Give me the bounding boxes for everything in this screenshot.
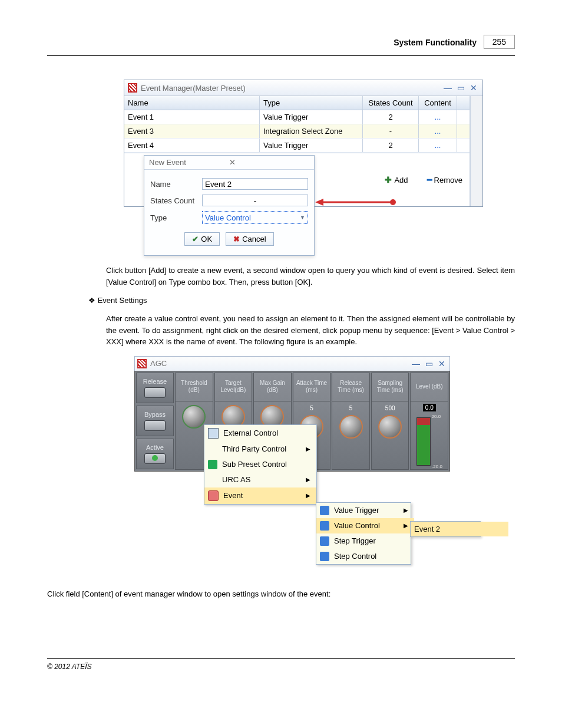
paragraph: Click button [Add] to create a new event… — [106, 265, 515, 288]
states-label: States Count — [150, 196, 202, 205]
cancel-button[interactable]: ✖ Cancel — [226, 232, 273, 246]
content-cell[interactable]: ... — [419, 139, 457, 152]
app-icon — [137, 359, 147, 368]
ok-button[interactable]: ✔ OK — [184, 232, 220, 246]
app-icon — [128, 83, 137, 93]
col-states: States Count — [363, 96, 419, 110]
paragraph: After create a value control event, you … — [106, 313, 515, 348]
page-number: 255 — [484, 35, 515, 49]
section-heading: Event Settings — [88, 296, 515, 305]
menu-icon — [320, 536, 329, 546]
minus-icon: ━ — [427, 175, 432, 185]
release-button[interactable] — [144, 387, 166, 398]
minimize-icon[interactable]: — — [442, 83, 453, 93]
col-type: Type — [260, 96, 363, 110]
level-col: Level (dB) 0.0 20.0 -20.0 — [410, 373, 448, 470]
menu-icon — [208, 490, 219, 501]
states-input[interactable] — [202, 195, 308, 206]
window-titlebar: Event Manager(Master Preset) — ▭ ✕ — [124, 80, 482, 96]
scrollbar[interactable] — [470, 96, 482, 206]
content-cell[interactable]: ... — [419, 124, 457, 138]
name-input[interactable] — [202, 178, 308, 190]
type-label: Type — [150, 213, 202, 222]
menu-icon — [320, 521, 329, 531]
maximize-icon[interactable]: ▭ — [424, 359, 434, 368]
col-content: Content — [419, 96, 457, 110]
chevron-right-icon: ▶ — [306, 446, 310, 452]
level-meter — [416, 417, 431, 466]
content-cell[interactable]: ... — [419, 110, 457, 124]
context-submenu-final: Event 2 — [410, 521, 481, 537]
remove-button[interactable]: ━ Remove — [427, 175, 462, 185]
agc-titlebar: AGC — ▭ ✕ — [134, 356, 450, 371]
menu-item-event[interactable]: Event▶ — [204, 487, 316, 504]
knob[interactable] — [378, 415, 402, 439]
chevron-right-icon: ▶ — [306, 476, 310, 483]
figure-agc: AGC — ▭ ✕ Release Bypass Active — [47, 356, 515, 580]
menu-item-thirdparty[interactable]: Third Party Control▶ — [204, 442, 316, 457]
header-title: System Functionality — [394, 38, 477, 47]
context-menu: External Control Third Party Control▶ Su… — [204, 424, 317, 505]
chevron-right-icon: ▶ — [306, 492, 310, 499]
table-header: Name Type States Count Content — [124, 96, 470, 110]
chevron-down-icon: ▼ — [300, 215, 305, 220]
chevron-right-icon: ▶ — [404, 522, 408, 529]
menu-item-subpreset[interactable]: Sub Preset Control — [204, 457, 316, 472]
x-icon: ✖ — [233, 235, 240, 243]
table-row[interactable]: Event 3 Integration Select Zone - ... — [124, 124, 470, 139]
minimize-icon[interactable]: — — [411, 359, 421, 368]
chevron-right-icon: ▶ — [404, 507, 408, 513]
active-button[interactable] — [144, 453, 166, 464]
menu-icon — [320, 506, 329, 515]
menu-item-external[interactable]: External Control — [204, 425, 316, 442]
menu-item-value-control[interactable]: Value Control▶ — [316, 518, 414, 533]
add-button[interactable]: ✚ Add — [385, 175, 408, 185]
maximize-icon[interactable]: ▭ — [455, 83, 466, 93]
menu-icon — [208, 428, 219, 439]
release-col[interactable]: Release Time (ms) 5 — [332, 373, 370, 470]
page-footer: © 2012 ATEÏS — [47, 658, 515, 671]
menu-icon — [320, 552, 329, 561]
plus-icon: ✚ — [385, 175, 392, 185]
menu-item-value-trigger[interactable]: Value Trigger▶ — [316, 503, 414, 518]
close-icon[interactable]: ✕ — [468, 83, 479, 93]
window-title: Event Manager(Master Preset) — [141, 84, 246, 93]
new-event-dialog: New Event ✕ Name States Count Type Value… — [144, 155, 315, 256]
table-row[interactable]: Event 4 Value Trigger 2 ... — [124, 139, 470, 153]
col-name: Name — [124, 96, 260, 110]
knob[interactable] — [339, 415, 363, 439]
knob[interactable] — [182, 405, 206, 429]
context-submenu: Value Trigger▶ Value Control▶ Step Trigg… — [316, 502, 411, 565]
check-icon: ✔ — [192, 235, 199, 243]
page-header: System Functionality 255 — [47, 35, 515, 56]
bypass-button[interactable] — [144, 420, 166, 431]
figure-event-manager: Event Manager(Master Preset) — ▭ ✕ Name … — [124, 80, 515, 256]
active-box[interactable]: Active — [136, 439, 174, 469]
menu-item-urcas[interactable]: URC AS▶ — [204, 472, 316, 487]
type-combobox[interactable]: Value Control ▼ — [202, 211, 308, 224]
table-row[interactable]: Event 1 Value Trigger 2 ... — [124, 110, 470, 124]
close-icon[interactable]: ✕ — [229, 158, 309, 167]
paragraph: Click field [Content] of event manager w… — [47, 588, 515, 600]
menu-item-step-trigger[interactable]: Step Trigger — [316, 533, 414, 549]
agc-title: AGC — [150, 359, 167, 368]
menu-icon — [208, 460, 217, 469]
bypass-box[interactable]: Bypass — [136, 406, 174, 436]
menu-item-step-control[interactable]: Step Control — [316, 549, 414, 564]
name-label: Name — [150, 180, 202, 189]
sampling-col[interactable]: Sampling Time (ms) 500 — [371, 373, 409, 470]
dialog-title: New Event — [149, 158, 229, 167]
release-box[interactable]: Release — [136, 373, 174, 403]
menu-item-event2[interactable]: Event 2 — [411, 522, 508, 536]
dialog-titlebar: New Event ✕ — [144, 156, 314, 170]
close-icon[interactable]: ✕ — [437, 359, 447, 368]
